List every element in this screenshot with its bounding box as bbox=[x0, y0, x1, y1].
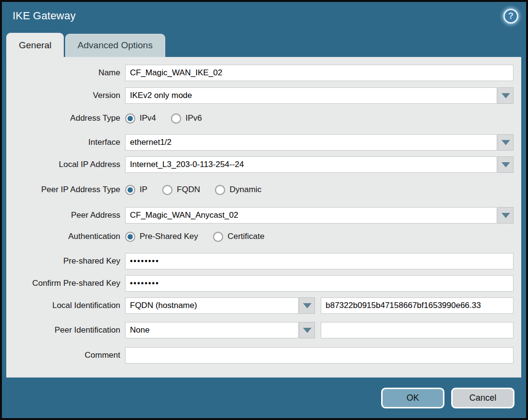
radio-icon bbox=[171, 113, 181, 124]
radio-icon bbox=[215, 185, 225, 195]
local-identification-type-input[interactable] bbox=[125, 297, 299, 314]
version-label: Version bbox=[6, 91, 125, 100]
chevron-down-icon bbox=[303, 303, 312, 308]
authentication-label: Authentication bbox=[6, 232, 125, 241]
form-row-confirm-pre-shared-key: Confirm Pre-shared Key bbox=[6, 275, 514, 292]
radio-option-ipv6[interactable]: IPv6 bbox=[171, 113, 202, 124]
interface-label: Interface bbox=[6, 138, 125, 147]
general-tab-panel: Name Version Address Type IPv4 bbox=[6, 57, 521, 378]
radio-label: FQDN bbox=[177, 185, 200, 195]
dialog-footer: OK Cancel bbox=[2, 378, 526, 418]
form-row-name: Name bbox=[6, 65, 514, 81]
radio-icon bbox=[162, 185, 172, 195]
peer-identification-value-input[interactable] bbox=[321, 322, 514, 338]
peer-ip-address-type-label: Peer IP Address Type bbox=[6, 185, 125, 195]
local-identification-label: Local Identification bbox=[6, 301, 125, 310]
radio-icon bbox=[213, 232, 223, 242]
pre-shared-key-input[interactable] bbox=[125, 253, 514, 269]
comment-label: Comment bbox=[6, 350, 125, 360]
name-label: Name bbox=[6, 68, 125, 78]
local-identification-dropdown-button[interactable] bbox=[299, 297, 315, 314]
dialog-title: IKE Gateway bbox=[13, 10, 76, 22]
cancel-button[interactable]: Cancel bbox=[451, 388, 514, 408]
form-row-local-identification: Local Identification bbox=[6, 297, 514, 314]
confirm-pre-shared-key-input[interactable] bbox=[125, 275, 514, 292]
radio-label: Dynamic bbox=[229, 185, 261, 195]
form-row-peer-ip-address-type: Peer IP Address Type IP FQDN Dynamic bbox=[6, 182, 514, 197]
radio-option-fqdn[interactable]: FQDN bbox=[162, 185, 200, 195]
chevron-down-icon bbox=[303, 328, 312, 333]
radio-label: IPv4 bbox=[140, 113, 156, 123]
radio-option-ipv4[interactable]: IPv4 bbox=[125, 113, 156, 124]
confirm-pre-shared-key-label: Confirm Pre-shared Key bbox=[6, 279, 125, 288]
interface-dropdown-button[interactable] bbox=[498, 134, 514, 151]
chevron-down-icon bbox=[501, 162, 510, 168]
version-input[interactable] bbox=[125, 87, 497, 104]
radio-option-dynamic[interactable]: Dynamic bbox=[215, 185, 261, 195]
radio-icon bbox=[125, 185, 135, 195]
chevron-down-icon bbox=[501, 213, 510, 218]
chevron-down-icon bbox=[501, 93, 510, 98]
radio-label: Certificate bbox=[228, 232, 265, 241]
form-row-comment: Comment bbox=[6, 347, 514, 364]
form-row-address-type: Address Type IPv4 IPv6 bbox=[6, 111, 514, 126]
peer-address-input[interactable] bbox=[125, 207, 497, 224]
local-ip-address-input[interactable] bbox=[125, 156, 497, 173]
local-ip-address-dropdown-button[interactable] bbox=[498, 156, 514, 173]
form-row-local-ip-address: Local IP Address bbox=[6, 156, 514, 173]
radio-label: IP bbox=[140, 185, 147, 195]
ike-gateway-dialog: IKE Gateway ? General Advanced Options N… bbox=[0, 0, 528, 420]
form-row-interface: Interface bbox=[6, 134, 514, 151]
peer-identification-label: Peer Identification bbox=[6, 325, 125, 335]
local-identification-value-input[interactable] bbox=[321, 297, 514, 314]
peer-identification-type-input[interactable] bbox=[125, 322, 299, 338]
radio-option-certificate[interactable]: Certificate bbox=[213, 232, 265, 242]
form-row-peer-address: Peer Address bbox=[6, 207, 514, 224]
radio-label: Pre-Shared Key bbox=[140, 232, 198, 241]
form-row-version: Version bbox=[6, 87, 514, 104]
local-ip-address-label: Local IP Address bbox=[6, 160, 125, 169]
version-dropdown-button[interactable] bbox=[498, 87, 514, 104]
name-input[interactable] bbox=[125, 65, 514, 81]
radio-icon bbox=[125, 113, 135, 124]
radio-icon bbox=[125, 232, 135, 242]
address-type-label: Address Type bbox=[6, 113, 125, 123]
pre-shared-key-label: Pre-shared Key bbox=[6, 256, 125, 266]
interface-input[interactable] bbox=[125, 134, 497, 151]
form-row-authentication: Authentication Pre-Shared Key Certificat… bbox=[6, 229, 514, 244]
comment-input[interactable] bbox=[125, 347, 514, 364]
radio-option-pre-shared-key[interactable]: Pre-Shared Key bbox=[125, 232, 198, 242]
help-icon[interactable]: ? bbox=[503, 9, 518, 24]
chevron-down-icon bbox=[501, 140, 510, 145]
tab-advanced-options[interactable]: Advanced Options bbox=[65, 34, 165, 57]
radio-option-ip[interactable]: IP bbox=[125, 185, 147, 195]
peer-identification-dropdown-button[interactable] bbox=[299, 322, 315, 338]
tab-general[interactable]: General bbox=[6, 33, 64, 57]
radio-label: IPv6 bbox=[186, 113, 202, 123]
peer-address-dropdown-button[interactable] bbox=[498, 207, 514, 224]
tab-bar: General Advanced Options bbox=[2, 30, 526, 57]
form-row-pre-shared-key: Pre-shared Key bbox=[6, 253, 514, 269]
form-row-peer-identification: Peer Identification bbox=[6, 322, 514, 338]
dialog-titlebar: IKE Gateway ? bbox=[2, 2, 526, 30]
peer-address-label: Peer Address bbox=[6, 210, 125, 220]
ok-button[interactable]: OK bbox=[381, 388, 444, 408]
